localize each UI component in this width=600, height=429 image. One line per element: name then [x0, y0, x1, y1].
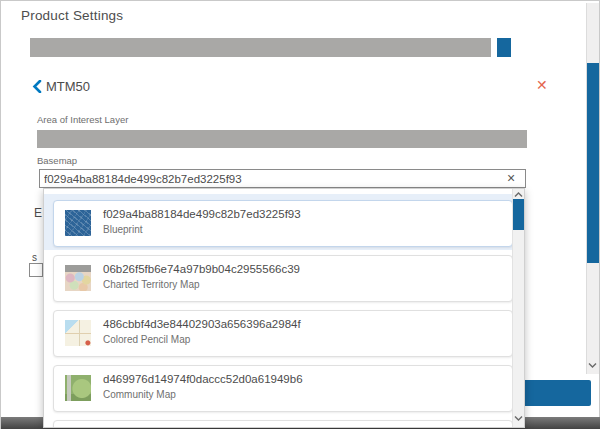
blueprint-thumbnail — [65, 210, 91, 236]
chevron-left-icon — [35, 81, 41, 92]
basemap-option-id: d469976d14974f0daccc52d0a61949b6 — [103, 373, 303, 385]
basemap-option-community[interactable]: d469976d14974f0daccc52d0a61949b6 Communi… — [53, 365, 513, 412]
dropdown-scrollbar-up-icon[interactable] — [514, 192, 523, 198]
basemap-option-id: f029a4ba88184de499c82b7ed3225f93 — [103, 208, 301, 220]
basemap-option-partial[interactable] — [53, 420, 513, 428]
product-name-label: MTM50 — [46, 79, 90, 94]
back-button[interactable] — [32, 80, 42, 93]
basemap-option-name: Charted Territory Map — [103, 279, 200, 290]
basemap-option-name: Blueprint — [103, 224, 142, 235]
dropdown-scrollbar-thumb[interactable] — [513, 199, 524, 230]
clear-input-icon[interactable]: × — [507, 170, 515, 186]
basemap-option-id: 06b26f5fb6e74a97b9b04c2955566c39 — [103, 263, 300, 275]
basemap-option-id: 486cbbf4d3e84402903a656396a2984f — [103, 318, 301, 330]
window-scrollbar-thumb[interactable] — [587, 63, 599, 263]
obscured-label-e: E — [34, 206, 42, 220]
basemap-dropdown-list: f029a4ba88184de499c82b7ed3225f93 Bluepri… — [43, 188, 525, 428]
basemap-option-colored-pencil[interactable]: 486cbbf4d3e84402903a656396a2984f Colored… — [53, 310, 513, 357]
dropdown-scrollbar-down-icon[interactable] — [514, 415, 523, 421]
toolbar-accent-square — [497, 38, 511, 57]
obscured-checkbox[interactable] — [29, 263, 43, 277]
close-icon[interactable]: ✕ — [536, 78, 548, 92]
area-of-interest-redacted-value[interactable] — [37, 130, 527, 148]
basemap-option-name: Colored Pencil Map — [103, 334, 190, 345]
basemap-option-name: Community Map — [103, 389, 176, 400]
colored-pencil-thumbnail — [65, 320, 91, 346]
redacted-toolbar-bar — [30, 38, 491, 57]
product-settings-window: Product Settings MTM50 ✕ Area of Interes… — [0, 0, 600, 429]
page-title: Product Settings — [21, 8, 123, 23]
obscured-label-s: s — [32, 252, 37, 263]
community-thumbnail — [65, 375, 91, 401]
primary-action-button[interactable] — [523, 380, 591, 406]
charted-territory-thumbnail — [65, 265, 91, 291]
basemap-label: Basemap — [37, 155, 77, 166]
basemap-option-blueprint[interactable]: f029a4ba88184de499c82b7ed3225f93 Bluepri… — [53, 200, 513, 247]
window-scrollbar-down-icon[interactable] — [588, 362, 597, 369]
basemap-option-charted-territory[interactable]: 06b26f5fb6e74a97b9b04c2955566c39 Charted… — [53, 255, 513, 302]
basemap-input[interactable] — [39, 169, 526, 188]
area-of-interest-label: Area of Interest Layer — [37, 114, 128, 125]
